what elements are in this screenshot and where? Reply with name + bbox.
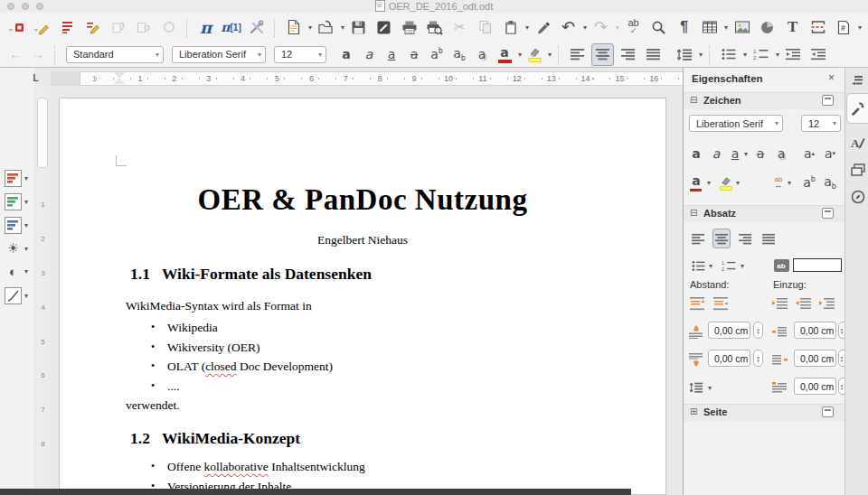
insert-field-button[interactable]: #: [832, 16, 854, 39]
font-size-combo[interactable]: 12▾: [274, 46, 326, 63]
spacing-above-field[interactable]: 0,00 cm: [708, 322, 750, 339]
green-channel-dropdown[interactable]: ▾: [24, 198, 28, 206]
green-channel-button[interactable]: ▾: [5, 193, 28, 210]
sb-underline-dropdown[interactable]: ▾: [744, 150, 748, 158]
save-button[interactable]: [347, 16, 370, 39]
sb-highlight-dropdown[interactable]: ▾: [736, 179, 740, 187]
edit-note-extension-button[interactable]: „: [31, 16, 53, 39]
spelling-button[interactable]: ab ✓: [622, 16, 645, 39]
find-replace-button[interactable]: [647, 16, 670, 39]
red-lines-extension-button[interactable]: [56, 16, 79, 39]
formatting-marks-button[interactable]: ¶: [673, 16, 695, 39]
tab-navigator[interactable]: [846, 182, 868, 212]
brightness-dropdown[interactable]: ▾: [24, 245, 28, 253]
sidebar-close-button[interactable]: ×: [828, 71, 835, 84]
print-button[interactable]: [398, 16, 420, 39]
sb-underline-button[interactable]: a: [726, 144, 744, 163]
tab-styles[interactable]: A: [846, 127, 868, 158]
sb-subscript-button[interactable]: ab: [821, 173, 839, 192]
contrast-dropdown[interactable]: ▾: [24, 267, 28, 276]
tab-gallery[interactable]: [846, 154, 868, 185]
sb-hanging-indent-button[interactable]: [818, 294, 836, 313]
dialog-launcher-icon[interactable]: [822, 406, 834, 417]
contrast-button[interactable]: ◐ ▾: [5, 264, 28, 279]
tab-properties[interactable]: [846, 93, 868, 124]
numbered-list-dropdown[interactable]: ▾: [776, 51, 779, 59]
gamma-button[interactable]: ▾: [5, 287, 28, 304]
brightness-button[interactable]: ☀ ▾: [5, 240, 28, 257]
increase-indent-button[interactable]: [782, 43, 805, 66]
annotate-extension-button[interactable]: [81, 16, 104, 39]
sidebar-settings-button[interactable]: [846, 70, 868, 89]
texmaths-numbered-equation-button[interactable]: π[1]: [220, 16, 242, 39]
texmaths-equation-button[interactable]: π: [194, 16, 217, 39]
gamma-dropdown[interactable]: ▾: [24, 292, 28, 300]
highlight-color-button[interactable]: [524, 43, 544, 66]
sb-line-spacing-dropdown[interactable]: ▾: [708, 384, 712, 392]
vertical-ruler[interactable]: 12345678: [36, 86, 50, 495]
insert-table-button[interactable]: [698, 16, 721, 39]
dialog-launcher-icon[interactable]: [822, 208, 834, 219]
align-justify-button[interactable]: [642, 43, 665, 66]
insert-textbox-button[interactable]: T: [781, 16, 804, 39]
line-spacing-button[interactable]: [673, 43, 695, 66]
sb-align-right-button[interactable]: [736, 229, 754, 248]
citation-extension-button[interactable]: „: [5, 16, 28, 39]
spacing-above-stepper[interactable]: ▴▾: [753, 322, 763, 339]
align-left-button[interactable]: [566, 43, 589, 66]
page-break-button[interactable]: [807, 16, 829, 39]
red-channel-dropdown[interactable]: ▾: [24, 174, 28, 182]
sb-italic-button[interactable]: a: [707, 144, 725, 163]
new-document-button[interactable]: [282, 16, 305, 39]
sb-decrease-spacing-button[interactable]: [712, 294, 731, 313]
decrease-indent-button[interactable]: [807, 43, 830, 66]
numbered-list-button[interactable]: 1.2.: [750, 43, 772, 66]
sb-paragraph-background-button[interactable]: ab: [772, 256, 790, 276]
red-channel-button[interactable]: ▾: [5, 170, 28, 187]
print-preview-button[interactable]: [423, 16, 446, 39]
bold-button[interactable]: a: [336, 43, 356, 66]
highlight-color-dropdown[interactable]: ▾: [548, 51, 552, 59]
sb-bullet-list-button[interactable]: [689, 256, 707, 276]
undo-dropdown[interactable]: ▾: [583, 23, 587, 32]
collapse-icon[interactable]: ⊟: [690, 208, 697, 218]
paste-button[interactable]: [499, 16, 522, 39]
blue-channel-button[interactable]: ▾: [5, 217, 28, 234]
expand-icon[interactable]: ⊞: [690, 406, 697, 416]
clone-formatting-button[interactable]: [532, 16, 554, 39]
font-color-dropdown[interactable]: ▾: [518, 51, 522, 59]
sb-increase-spacing-button[interactable]: [689, 294, 707, 313]
sidebar-font-size-combo[interactable]: 12▾: [801, 115, 841, 132]
sb-numbered-list-dropdown[interactable]: ▾: [741, 262, 744, 270]
sb-superscript-button[interactable]: ab: [800, 173, 818, 192]
sb-shrink-font-button[interactable]: a▾: [821, 144, 839, 163]
edit-mode-button[interactable]: [373, 16, 395, 39]
strikethrough-button[interactable]: a: [404, 43, 424, 66]
document-page[interactable]: OER & PanDoc Nutzung Engelbert Niehaus 1…: [59, 98, 666, 495]
align-center-button[interactable]: [591, 43, 614, 66]
sb-bullet-list-dropdown[interactable]: ▾: [709, 262, 712, 270]
insert-table-dropdown[interactable]: ▾: [724, 23, 728, 32]
dialog-launcher-icon[interactable]: [822, 95, 834, 106]
tab-stop-selector[interactable]: L: [30, 72, 42, 84]
sb-align-justify-button[interactable]: [760, 229, 778, 248]
open-dropdown[interactable]: ▾: [341, 23, 344, 32]
insert-field-dropdown[interactable]: ▾: [858, 23, 862, 32]
bullet-list-dropdown[interactable]: ▾: [743, 51, 747, 59]
sb-char-spacing-dropdown[interactable]: ▾: [788, 179, 791, 187]
font-color-button[interactable]: a: [495, 43, 514, 66]
sb-increase-indent-button[interactable]: [771, 294, 789, 313]
clear-formatting-button[interactable]: a: [472, 43, 492, 66]
indent-first-line-field[interactable]: 0,00 cm: [794, 378, 836, 395]
sb-strikethrough-button[interactable]: a: [751, 144, 769, 163]
sb-align-center-button[interactable]: [712, 229, 731, 248]
line-spacing-dropdown[interactable]: ▾: [699, 51, 703, 59]
sb-bold-button[interactable]: a: [687, 144, 705, 163]
sb-highlight-button[interactable]: [716, 173, 734, 192]
texmaths-settings-button[interactable]: [245, 16, 268, 39]
section-absatz-header[interactable]: ⊟ Absatz: [684, 205, 845, 222]
blue-channel-dropdown[interactable]: ▾: [24, 221, 28, 229]
section-seite-header[interactable]: ⊞ Seite: [684, 404, 845, 421]
bullet-list-button[interactable]: [717, 43, 740, 66]
open-button[interactable]: [315, 16, 337, 39]
